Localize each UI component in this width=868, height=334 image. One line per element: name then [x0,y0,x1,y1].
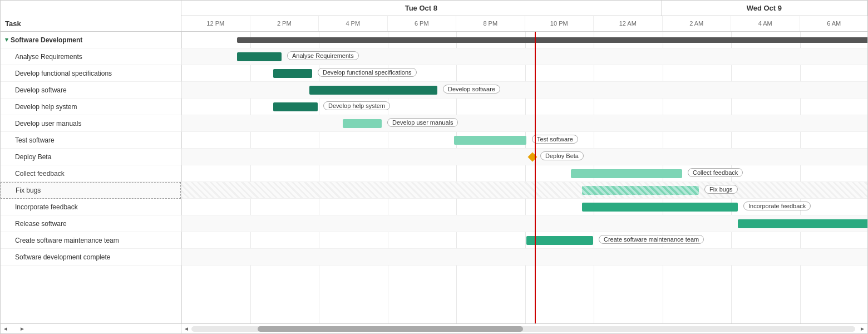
bar-label: Analyse Requirements [287,51,359,60]
left-scroll-area: ◄ ► [1,324,181,333]
gantt-row-t9: Fix bugs [181,182,867,199]
bar-label: Test software [532,135,578,144]
scroll-right-arrow[interactable]: ► [19,326,25,332]
task-label-t10: Incorporate feedback [15,203,78,211]
task-label-t3: Develop software [15,86,67,94]
gantt-body: Analyse RequirementsDevelop functional s… [181,32,867,323]
gantt-row-t11: Release software [181,215,867,232]
h-scroll-right[interactable]: ► [860,326,865,332]
task-row-t3[interactable]: Develop software [1,82,181,99]
bar-label: Incorporate feedback [743,202,811,210]
date-groups: Tue Oct 8Wed Oct 9 [181,1,867,16]
task-row-t11[interactable]: Release software [1,215,181,232]
date-group: Wed Oct 9 [662,1,867,16]
gantt-row-t10: Incorporate feedback [181,199,867,215]
gantt-bar[interactable] [582,203,738,212]
scroll-left-arrow[interactable]: ◄ [3,326,8,332]
task-label-t8: Collect feedback [15,170,65,178]
gantt-row-t4: Develop help system [181,99,867,115]
gantt-bar[interactable] [738,219,867,228]
task-row-t1[interactable]: Analyse Requirements [1,48,181,65]
time-label: 4 PM [319,16,388,31]
bar-label: Develop help system [323,101,390,110]
task-label-t5: Develop user manuals [15,120,81,127]
task-row-t12[interactable]: Create software maintenance team [1,232,181,249]
gantt-row-t6: Test software [181,132,867,149]
task-label-t4: Develop help system [15,103,77,111]
task-label-t6: Test software [15,136,55,144]
gantt-bar[interactable] [526,236,593,245]
task-label-t9: Fix bugs [16,186,41,194]
gantt-row-t5: Develop user manuals [181,115,867,132]
bar-label: Develop functional specifications [318,68,417,77]
gantt-row-t8: Collect feedback [181,165,867,182]
time-label: 6 PM [388,16,457,31]
bar-label: Develop software [443,85,500,94]
task-row-t6[interactable]: Test software [1,132,181,149]
gantt-bar[interactable] [237,52,282,61]
time-label: 6 AM [800,16,868,31]
h-scroll-left[interactable]: ◄ [184,326,189,332]
task-row-t2[interactable]: Develop functional specifications [1,65,181,82]
task-label-t2: Develop functional specifications [15,70,112,77]
task-label-t11: Release software [15,220,67,228]
gantt-row-t3: Develop software [181,82,867,99]
task-label-t7: Deploy Beta [15,153,51,161]
task-row-t7[interactable]: Deploy Beta [1,149,181,165]
gantt-bar[interactable] [273,69,312,78]
bar-label: Collect feedback [688,168,743,177]
task-row-t10[interactable]: Incorporate feedback [1,199,181,215]
gantt-row-t12: Create software maintenance team [181,232,867,249]
task-row-t13[interactable]: Software development complete [1,249,181,266]
gantt-row-t7: Deploy Beta [181,149,867,165]
chevron-icon: ▾ [5,36,8,43]
task-label-t12: Create software maintenance team [15,237,119,244]
time-label: 12 PM [181,16,250,31]
gantt-bar[interactable] [582,186,699,195]
gantt-rows: Analyse RequirementsDevelop functional s… [181,32,867,323]
gantt-row-t2: Develop functional specifications [181,65,867,82]
time-labels: 12 PM2 PM4 PM6 PM8 PM10 PM12 AM2 AM4 AM6… [181,16,867,31]
h-scroll-thumb[interactable] [258,326,523,332]
task-list[interactable]: ▾Software DevelopmentAnalyse Requirement… [1,32,181,323]
milestone-diamond [528,153,537,162]
gantt-panel: Tue Oct 8Wed Oct 9 12 PM2 PM4 PM6 PM8 PM… [181,1,867,323]
time-label: 8 PM [456,16,525,31]
h-scroll-track[interactable] [191,326,855,332]
bottom-scrollbar: ◄ ► ◄ ► [1,323,867,333]
bar-label: Deploy Beta [540,151,584,160]
task-label-group1: Software Development [11,36,82,44]
task-row-t8[interactable]: Collect feedback [1,165,181,182]
time-label: 4 AM [731,16,800,31]
right-scroll-area: ◄ ► [181,324,867,333]
gantt-bar[interactable] [454,136,526,145]
gantt-bar[interactable] [571,169,682,178]
task-row-t9[interactable]: Fix bugs [1,182,181,199]
task-panel: Task ▾Software DevelopmentAnalyse Requir… [1,1,181,323]
gantt-row-t1: Analyse Requirements [181,48,867,65]
time-label: 2 AM [663,16,732,31]
gantt-row-t13: Software development complete [181,249,867,266]
gantt-wrapper: Task ▾Software DevelopmentAnalyse Requir… [1,1,867,323]
date-group: Tue Oct 8 [181,1,662,16]
gantt-bar[interactable] [237,37,867,43]
time-label: 12 AM [594,16,663,31]
bar-label: Develop user manuals [387,118,458,127]
gantt-bar[interactable] [273,102,318,111]
task-label-t13: Software development complete [15,253,110,261]
gantt-row-group1 [181,32,867,48]
bar-label: Create software maintenance team [599,235,704,244]
time-label: 2 PM [250,16,319,31]
task-row-t5[interactable]: Develop user manuals [1,115,181,132]
gantt-bar[interactable] [309,86,437,95]
task-label-t1: Analyse Requirements [15,53,82,61]
task-row-t4[interactable]: Develop help system [1,99,181,115]
gantt-header: Tue Oct 8Wed Oct 9 12 PM2 PM4 PM6 PM8 PM… [181,1,867,32]
gantt-bar[interactable] [343,119,382,128]
task-header: Task [1,1,181,32]
task-column-label: Task [5,19,21,28]
time-label: 10 PM [525,16,594,31]
bar-label: Fix bugs [704,185,738,194]
gantt-chart: Task ▾Software DevelopmentAnalyse Requir… [0,0,868,334]
task-row-group1[interactable]: ▾Software Development [1,32,181,48]
